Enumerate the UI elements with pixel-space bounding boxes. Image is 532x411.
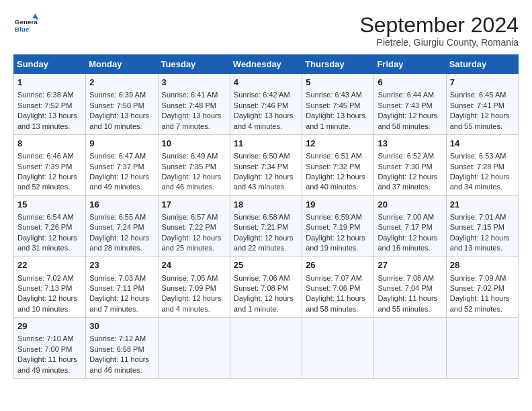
table-cell — [446, 318, 518, 379]
sunrise: Sunrise: 6:46 AM — [17, 152, 74, 160]
sunset: Sunset: 7:48 PM — [162, 101, 216, 109]
table-cell: 24Sunrise: 7:05 AMSunset: 7:09 PMDayligh… — [158, 257, 230, 318]
sunrise: Sunrise: 7:02 AM — [17, 274, 74, 282]
daylight-minutes: and 58 minutes. — [378, 122, 430, 130]
table-cell: 15Sunrise: 6:54 AMSunset: 7:26 PMDayligh… — [14, 195, 86, 257]
table-cell: 18Sunrise: 6:58 AMSunset: 7:21 PMDayligh… — [230, 195, 302, 257]
table-cell: 25Sunrise: 7:06 AMSunset: 7:08 PMDayligh… — [230, 257, 302, 318]
sunset: Sunset: 7:43 PM — [378, 101, 432, 109]
sunset: Sunset: 7:32 PM — [306, 163, 360, 171]
daylight-minutes: and 28 minutes. — [89, 244, 142, 252]
day-number: 16 — [89, 199, 154, 211]
daylight-hours: Daylight: 13 hours — [17, 111, 77, 120]
sunrise: Sunrise: 6:59 AM — [306, 213, 362, 221]
day-number: 11 — [234, 138, 298, 150]
logo: General Blue — [13, 13, 38, 38]
sunset: Sunset: 7:26 PM — [17, 223, 72, 231]
sunrise: Sunrise: 7:00 AM — [378, 213, 434, 221]
logo-icon: General Blue — [13, 13, 38, 38]
daylight-hours: Daylight: 13 hours — [162, 111, 222, 120]
day-number: 5 — [306, 77, 370, 89]
col-sunday: Sunday — [14, 55, 86, 74]
day-number: 7 — [450, 77, 515, 89]
daylight-hours: Daylight: 12 hours — [234, 234, 294, 242]
day-number: 8 — [17, 138, 82, 150]
sunset: Sunset: 7:15 PM — [450, 223, 504, 231]
daylight-hours: Daylight: 11 hours — [378, 294, 437, 302]
daylight-minutes: and 7 minutes. — [162, 122, 210, 130]
daylight-hours: Daylight: 12 hours — [450, 173, 510, 181]
sunrise: Sunrise: 6:38 AM — [17, 91, 74, 99]
daylight-minutes: and 10 minutes. — [17, 305, 70, 313]
sunset: Sunset: 7:06 PM — [306, 284, 360, 292]
daylight-minutes: and 34 minutes. — [450, 183, 502, 191]
sunrise: Sunrise: 6:47 AM — [89, 152, 146, 160]
table-cell: 17Sunrise: 6:57 AMSunset: 7:22 PMDayligh… — [158, 195, 230, 257]
col-tuesday: Tuesday — [158, 55, 230, 74]
sunset: Sunset: 7:24 PM — [89, 223, 144, 231]
daylight-hours: Daylight: 13 hours — [306, 111, 365, 120]
day-number: 13 — [378, 138, 442, 150]
daylight-minutes: and 55 minutes. — [378, 305, 430, 313]
svg-marker-2 — [33, 13, 38, 18]
day-number: 30 — [89, 320, 154, 332]
sunset: Sunset: 7:30 PM — [378, 163, 432, 171]
daylight-hours: Daylight: 12 hours — [378, 234, 437, 242]
daylight-hours: Daylight: 12 hours — [162, 294, 222, 302]
daylight-minutes: and 1 minute. — [306, 122, 351, 130]
table-cell: 7Sunrise: 6:45 AMSunset: 7:41 PMDaylight… — [446, 74, 518, 135]
day-number: 4 — [234, 77, 298, 89]
daylight-minutes: and 19 minutes. — [306, 244, 358, 252]
table-cell: 1Sunrise: 6:38 AMSunset: 7:52 PMDaylight… — [14, 74, 86, 135]
table-cell — [374, 318, 446, 379]
sunrise: Sunrise: 6:49 AM — [162, 152, 218, 160]
sunset: Sunset: 6:58 PM — [89, 345, 144, 353]
sunrise: Sunrise: 7:10 AM — [17, 334, 74, 342]
table-cell — [158, 318, 230, 379]
calendar-week-row: 29Sunrise: 7:10 AMSunset: 7:00 PMDayligh… — [14, 318, 519, 379]
table-cell: 21Sunrise: 7:01 AMSunset: 7:15 PMDayligh… — [446, 195, 518, 257]
daylight-minutes: and 58 minutes. — [306, 305, 358, 313]
table-cell: 20Sunrise: 7:00 AMSunset: 7:17 PMDayligh… — [374, 195, 446, 257]
daylight-minutes: and 52 minutes. — [450, 305, 502, 313]
day-number: 17 — [162, 199, 226, 211]
svg-text:General: General — [15, 18, 38, 26]
sunset: Sunset: 7:35 PM — [162, 163, 216, 171]
table-cell: 3Sunrise: 6:41 AMSunset: 7:48 PMDaylight… — [158, 74, 230, 135]
calendar-table: Sunday Monday Tuesday Wednesday Thursday… — [13, 54, 519, 379]
day-number: 10 — [162, 138, 226, 150]
table-cell — [302, 318, 374, 379]
day-number: 26 — [306, 259, 370, 271]
sunrise: Sunrise: 6:53 AM — [450, 152, 506, 160]
day-number: 23 — [89, 259, 154, 271]
daylight-hours: Daylight: 12 hours — [17, 173, 77, 181]
sunrise: Sunrise: 6:42 AM — [234, 91, 290, 99]
daylight-hours: Daylight: 13 hours — [234, 111, 294, 120]
daylight-minutes: and 46 minutes. — [162, 183, 214, 191]
day-number: 29 — [17, 320, 82, 332]
table-cell — [230, 318, 302, 379]
daylight-hours: Daylight: 12 hours — [17, 234, 77, 242]
calendar-week-row: 1Sunrise: 6:38 AMSunset: 7:52 PMDaylight… — [14, 74, 519, 135]
table-cell: 13Sunrise: 6:52 AMSunset: 7:30 PMDayligh… — [374, 134, 446, 195]
sunrise: Sunrise: 7:08 AM — [378, 274, 434, 282]
day-number: 14 — [450, 138, 515, 150]
sunrise: Sunrise: 6:43 AM — [306, 91, 362, 99]
daylight-hours: Daylight: 12 hours — [234, 173, 294, 181]
day-number: 15 — [17, 199, 82, 211]
calendar-week-row: 15Sunrise: 6:54 AMSunset: 7:26 PMDayligh… — [14, 195, 519, 257]
day-number: 20 — [378, 199, 442, 211]
daylight-hours: Daylight: 12 hours — [378, 111, 437, 120]
sunrise: Sunrise: 6:55 AM — [89, 213, 146, 221]
day-number: 22 — [17, 259, 82, 271]
table-cell: 14Sunrise: 6:53 AMSunset: 7:28 PMDayligh… — [446, 134, 518, 195]
sunset: Sunset: 7:45 PM — [306, 101, 360, 109]
daylight-minutes: and 52 minutes. — [17, 183, 70, 191]
daylight-minutes: and 43 minutes. — [234, 183, 286, 191]
daylight-hours: Daylight: 12 hours — [162, 234, 222, 242]
sunset: Sunset: 7:13 PM — [17, 284, 72, 292]
daylight-minutes: and 25 minutes. — [162, 244, 214, 252]
table-cell: 4Sunrise: 6:42 AMSunset: 7:46 PMDaylight… — [230, 74, 302, 135]
sunset: Sunset: 7:41 PM — [450, 101, 504, 109]
page-title: September 2024 — [359, 13, 519, 37]
